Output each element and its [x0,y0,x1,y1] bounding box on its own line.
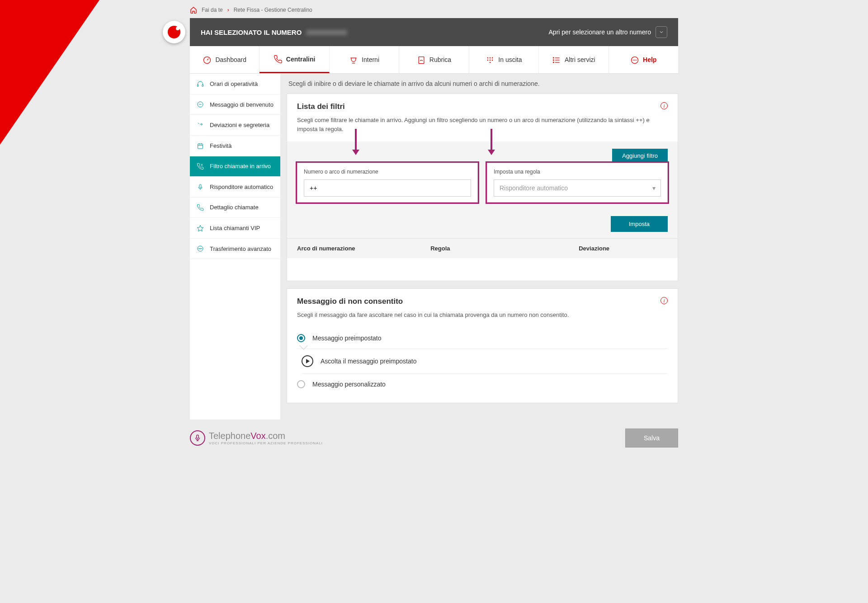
notallowed-title: Messaggio di non consentito [297,297,668,306]
sidebar-item-filtro[interactable]: Filtro chiamate in arrivo [190,156,280,177]
svg-rect-19 [197,85,198,86]
notallowed-desc: Scegli il messaggio da fare ascoltare ne… [297,311,668,320]
main-tabs: Dashboard Centralini Interni Rubrica In … [190,46,678,74]
chat-icon [630,55,639,65]
mic-logo-icon [190,430,205,446]
tab-label: Rubrica [429,56,451,63]
footer-brand-2: Vox [250,431,265,441]
sidebar-item-benvenuto[interactable]: Messaggio di benvenuto [190,94,280,115]
star-icon [196,224,204,232]
phone-forward-icon [196,121,204,129]
sidebar-item-festivita[interactable]: Festività [190,136,280,156]
radio-icon[interactable] [297,380,305,388]
header-bar: HAI SELEZIONATO IL NUMERO XXXXXXXXX Apri… [190,18,678,46]
add-filter-button[interactable]: Aggiungi filtro [612,149,668,163]
number-field-label: Numero o arco di numerazione [304,169,471,175]
phone-icon [274,54,283,64]
number-field-box: Numero o arco di numerazione [297,163,478,203]
rule-select[interactable]: Risponditore automatico [494,179,661,197]
selected-number-label: HAI SELEZIONATO IL NUMERO [201,28,302,36]
mic-icon [196,183,204,191]
svg-point-6 [490,60,491,61]
sidebar-item-orari[interactable]: Orari di operatività [190,74,280,94]
svg-point-14 [553,62,554,63]
open-other-number[interactable]: Apri per selezionare un altro numero [549,28,651,36]
set-button[interactable]: Imposta [611,216,668,232]
svg-point-8 [490,62,491,63]
option-preset[interactable]: Messaggio preimpostato [297,328,668,349]
footer-brand-1: Telephone [209,431,250,441]
svg-point-5 [487,60,489,61]
sidebar-item-label: Lista chiamanti VIP [210,225,260,231]
intro-text: Scegli di inibire o di deviare le chiama… [287,74,678,94]
sidebar-item-deviazioni[interactable]: Deviazioni e segreteria [190,115,280,136]
phone-old-icon [349,55,358,65]
chevron-down-icon[interactable] [656,26,667,38]
svg-point-3 [490,57,491,59]
sidebar: Orari di operatività Messaggio di benven… [190,74,280,419]
sidebar-item-label: Festività [210,142,231,149]
breadcrumb-home[interactable]: Fai da te [202,7,223,13]
number-input[interactable] [304,179,471,197]
svg-point-4 [492,57,493,59]
option-listen[interactable]: Ascolta il messaggio preimpostato [302,349,668,374]
decorative-triangle [0,0,99,145]
rule-field-box: Imposta una regola Risponditore automati… [487,163,668,203]
breadcrumb-page: Rete Fissa - Gestione Centralino [234,7,312,13]
selected-number-value: XXXXXXXXX [307,28,347,36]
tab-rubrica[interactable]: Rubrica [399,46,469,73]
svg-rect-28 [199,184,201,188]
svg-point-31 [199,249,199,249]
list-settings-icon [552,55,561,65]
svg-rect-34 [197,435,199,438]
tab-label: In uscita [498,56,522,63]
annotation-arrow-icon [491,129,492,151]
svg-marker-29 [197,225,203,231]
tab-label: Dashboard [215,56,246,63]
footer-brand-3: .com [266,431,285,441]
sidebar-item-label: Messaggio di benvenuto [210,101,274,108]
filter-table-header: Arco di numerazione Regola Deviazione [287,238,678,258]
th-deviazione: Deviazione [579,245,668,252]
sidebar-item-label: Deviazioni e segreteria [210,122,269,128]
svg-point-33 [201,249,202,249]
svg-point-12 [553,57,554,58]
phone-detail-icon [196,204,204,212]
annotation-arrow-icon [355,129,357,151]
sidebar-item-risponditore[interactable]: Risponditore automatico [190,177,280,198]
tab-dashboard[interactable]: Dashboard [190,46,259,73]
tab-interni[interactable]: Interni [330,46,399,73]
svg-rect-22 [198,144,203,149]
option-custom[interactable]: Messaggio personalizzato [297,374,668,395]
radio-icon[interactable] [297,334,305,342]
option-label: Messaggio personalizzato [312,381,386,388]
tab-centralini[interactable]: Centralini [259,46,329,73]
tab-label: Centralini [286,56,316,63]
sidebar-item-vip[interactable]: Lista chiamanti VIP [190,218,280,239]
breadcrumb: Fai da te › Rete Fissa - Gestione Centra… [190,0,678,18]
tab-help[interactable]: Help [609,46,678,73]
headset-icon [196,80,204,88]
calendar-icon [196,142,204,150]
rule-field-label: Imposta una regola [494,169,661,175]
play-icon[interactable] [302,355,313,367]
addressbook-icon [417,55,426,65]
svg-point-18 [636,60,637,60]
filter-title: Lista dei filtri [297,102,668,111]
sidebar-item-trasferimento[interactable]: Trasferimento avanzato [190,239,280,259]
svg-point-13 [553,60,554,61]
svg-point-32 [200,249,200,249]
option-label: Ascolta il messaggio preimpostato [321,358,416,365]
filter-table-body [287,258,678,281]
home-icon[interactable] [190,6,197,14]
tab-label: Altri servizi [565,56,595,63]
save-button[interactable]: Salva [625,429,678,448]
message-icon [196,101,204,108]
footer-tagline: VOCI PROFESSIONALI PER AZIENDE PROFESSIO… [209,441,323,445]
svg-rect-20 [202,85,203,86]
sidebar-item-label: Filtro chiamate in arrivo [210,163,271,170]
tab-inuscita[interactable]: In uscita [469,46,539,73]
sidebar-item-dettaglio[interactable]: Dettaglio chiamate [190,198,280,218]
filter-desc: Scegli come filtrare le chiamate in arri… [297,116,668,133]
tab-altri-servizi[interactable]: Altri servizi [539,46,609,73]
